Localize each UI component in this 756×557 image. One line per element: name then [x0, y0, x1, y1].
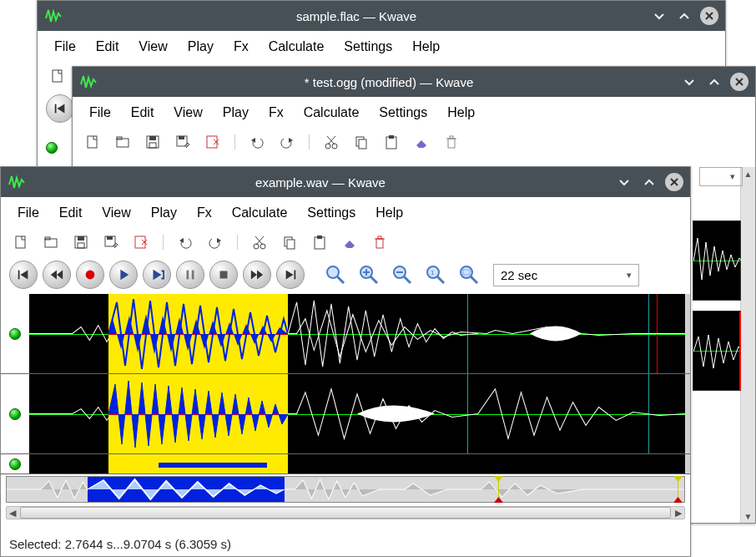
menu-file[interactable]: File — [9, 202, 48, 224]
menu-fx[interactable]: Fx — [189, 202, 220, 224]
saveas-icon[interactable] — [174, 134, 191, 150]
maximize-button[interactable] — [705, 73, 723, 91]
menu-file[interactable]: File — [46, 36, 84, 58]
scroll-right-icon[interactable]: ▶ — [673, 507, 684, 519]
maximize-button[interactable] — [640, 173, 658, 191]
zoom-select[interactable]: ▾ — [699, 167, 743, 186]
zoom-out-icon[interactable] — [388, 261, 416, 289]
minimize-button[interactable] — [680, 73, 698, 91]
close-button[interactable] — [730, 73, 748, 91]
titlebar[interactable]: example.wav — Kwave — [1, 167, 690, 197]
new-file-icon[interactable] — [13, 234, 29, 251]
channel-scrollbar[interactable] — [685, 374, 690, 453]
undo-icon[interactable] — [177, 234, 194, 251]
rewind-button[interactable] — [43, 261, 71, 289]
menu-edit[interactable]: Edit — [88, 36, 128, 58]
selection[interactable] — [108, 294, 288, 373]
cut-icon[interactable] — [323, 134, 340, 150]
scroll-left-icon[interactable]: ◀ — [7, 507, 18, 519]
skip-back-button[interactable] — [9, 261, 38, 289]
zoom-select[interactable]: 22 sec ▾ — [493, 264, 639, 286]
menu-play[interactable]: Play — [214, 102, 257, 124]
cut-icon[interactable] — [251, 234, 268, 251]
menu-fx[interactable]: Fx — [260, 102, 292, 124]
pause-button[interactable] — [176, 261, 204, 289]
minimize-button[interactable] — [650, 7, 668, 25]
horizontal-scrollbar[interactable]: ◀ ▶ — [6, 506, 685, 519]
close-button[interactable] — [665, 173, 683, 191]
overview-track[interactable] — [1, 474, 690, 503]
menu-view[interactable]: View — [165, 102, 210, 124]
new-file-icon[interactable] — [84, 134, 101, 150]
scrollbar-thumb[interactable] — [20, 507, 671, 519]
menu-edit[interactable]: Edit — [51, 202, 91, 224]
menu-settings[interactable]: Settings — [335, 36, 401, 58]
new-file-icon[interactable] — [49, 68, 66, 84]
waveform-channel-3[interactable] — [29, 454, 685, 473]
menu-play[interactable]: Play — [143, 202, 185, 224]
record-button[interactable] — [76, 261, 104, 289]
channel-led[interactable] — [1, 374, 29, 453]
menu-help[interactable]: Help — [404, 36, 448, 58]
channel-scrollbar[interactable] — [685, 294, 690, 373]
play-button[interactable] — [109, 261, 138, 289]
copy-icon[interactable] — [353, 134, 370, 150]
waveform-channel[interactable] — [693, 220, 741, 301]
overview-selection[interactable] — [88, 477, 284, 502]
close-file-icon[interactable] — [204, 134, 221, 150]
save-icon[interactable] — [73, 234, 89, 251]
channel-led[interactable] — [1, 454, 29, 473]
menu-file[interactable]: File — [81, 102, 119, 124]
zoom-selection-icon[interactable] — [455, 261, 483, 289]
menu-play[interactable]: Play — [179, 36, 222, 58]
erase-icon[interactable] — [413, 134, 430, 150]
waveform-channel-1[interactable] — [29, 294, 685, 373]
paste-icon[interactable] — [311, 234, 328, 251]
menu-view[interactable]: View — [130, 36, 175, 58]
selection[interactable] — [108, 454, 288, 473]
menu-help[interactable]: Help — [439, 102, 483, 124]
skip-back-button[interactable] — [46, 94, 74, 123]
zoom-in-icon[interactable] — [355, 261, 383, 289]
zoom-1to1-icon[interactable]: 1 — [421, 261, 450, 289]
stop-button[interactable] — [209, 261, 238, 289]
minimize-button[interactable] — [615, 173, 633, 191]
menu-calculate[interactable]: Calculate — [295, 102, 368, 124]
save-icon[interactable] — [144, 134, 161, 150]
waveform-channel-2[interactable] — [29, 374, 685, 453]
menu-fx[interactable]: Fx — [225, 36, 257, 58]
forward-button[interactable] — [243, 261, 271, 289]
zoom-fit-icon[interactable] — [321, 261, 350, 289]
channel-scrollbar[interactable] — [685, 454, 690, 473]
close-button[interactable] — [700, 7, 718, 25]
saveas-icon[interactable] — [103, 234, 119, 251]
menu-calculate[interactable]: Calculate — [260, 36, 333, 58]
redo-icon[interactable] — [207, 234, 224, 251]
scroll-up-icon[interactable]: ▲ — [741, 167, 755, 180]
channel-led[interactable] — [1, 294, 29, 373]
erase-icon[interactable] — [341, 234, 358, 251]
menu-settings[interactable]: Settings — [370, 102, 436, 124]
play-loop-button[interactable] — [143, 261, 171, 289]
menu-edit[interactable]: Edit — [123, 102, 163, 124]
channel-led[interactable] — [46, 142, 58, 154]
menu-calculate[interactable]: Calculate — [224, 202, 296, 224]
open-icon[interactable] — [114, 134, 131, 150]
menu-help[interactable]: Help — [367, 202, 411, 224]
copy-icon[interactable] — [281, 234, 298, 251]
skip-forward-button[interactable] — [276, 261, 305, 289]
close-file-icon[interactable] — [133, 234, 149, 251]
titlebar[interactable]: * test.ogg (modified) — Kwave — [73, 67, 755, 97]
menu-view[interactable]: View — [93, 202, 139, 224]
delete-icon[interactable] — [371, 234, 388, 251]
titlebar[interactable]: sample.flac — Kwave — [38, 1, 725, 31]
open-icon[interactable] — [43, 234, 59, 251]
maximize-button[interactable] — [675, 7, 693, 25]
waveform-channel[interactable] — [693, 311, 741, 391]
redo-icon[interactable] — [279, 134, 295, 150]
delete-icon[interactable] — [443, 134, 460, 150]
scroll-down-icon[interactable]: ▼ — [741, 509, 755, 523]
selection[interactable] — [108, 374, 288, 453]
menu-settings[interactable]: Settings — [299, 202, 364, 224]
vertical-scrollbar[interactable]: ▲ ▼ — [740, 167, 755, 523]
